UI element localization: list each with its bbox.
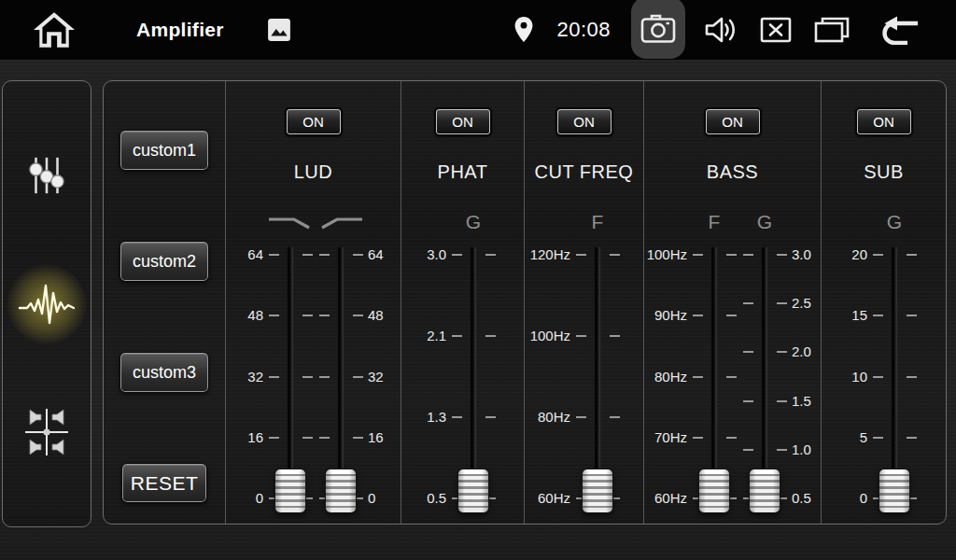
camera-button[interactable] — [631, 0, 685, 59]
gallery-button[interactable] — [265, 0, 293, 60]
section-cutfreq: ONCUT FREQ120Hz100Hz80Hz60HzF — [524, 81, 643, 524]
lud-on-button[interactable]: ON — [285, 107, 343, 136]
tick-dash — [302, 376, 313, 378]
gallery-icon — [267, 18, 291, 42]
tick-dash — [907, 437, 917, 439]
bass-sub-label-F: F — [709, 209, 721, 235]
bass-slider-area: 100Hz90Hz80Hz70Hz60Hz3.02.52.01.51.00.5 — [644, 242, 821, 514]
tick-dash — [302, 254, 313, 256]
custom3-button[interactable]: custom3 — [120, 352, 209, 393]
tick-dash — [485, 335, 496, 337]
tick-dash — [743, 449, 753, 451]
tick-label: 100Hz — [526, 328, 570, 344]
tick-dash — [269, 254, 279, 256]
tick-dash — [777, 254, 787, 256]
back-icon — [879, 15, 923, 45]
recent-apps-button[interactable] — [812, 0, 851, 60]
tick-label: 1.3 — [407, 409, 446, 426]
home-button[interactable] — [28, 0, 80, 60]
phat-on-button[interactable]: ON — [434, 107, 492, 136]
back-button[interactable] — [878, 0, 924, 60]
tick-dash — [353, 437, 363, 439]
tick-dash — [353, 254, 363, 256]
tick-dash — [873, 254, 883, 256]
tick-dash — [777, 302, 787, 304]
tick-dash — [576, 254, 586, 256]
tick-dash — [269, 437, 279, 439]
lud-slider-2-knob[interactable] — [326, 469, 356, 512]
cutfreq-slider-area: 120Hz100Hz80Hz60Hz — [525, 242, 643, 514]
lud-slider-1-knob[interactable] — [275, 469, 305, 512]
phat-slider-1-knob[interactable] — [458, 469, 488, 512]
lud-title: LUD — [226, 161, 401, 186]
tick-dash — [693, 254, 703, 256]
tick-dash — [743, 254, 753, 256]
reset-button[interactable]: RESET — [121, 463, 207, 503]
tick-dash — [269, 315, 279, 316]
tick-dash — [726, 315, 737, 316]
tick-dash — [319, 376, 330, 378]
volume-icon — [704, 15, 738, 45]
tick-label: 0 — [828, 490, 867, 507]
tick-label: 0 — [224, 490, 263, 507]
tick-dash — [319, 254, 330, 256]
sub-sub-label-G: G — [887, 209, 902, 235]
cutfreq-slider-1-knob[interactable] — [583, 469, 612, 512]
tick-dash — [353, 315, 363, 316]
custom1-button[interactable]: custom1 — [120, 130, 209, 171]
tick-dash — [873, 315, 883, 316]
tick-dash — [576, 416, 586, 418]
tick-label: 5 — [828, 429, 867, 446]
topbar: Amplifier 20:08 — [0, 0, 956, 60]
tick-label: 60Hz — [526, 490, 570, 507]
fader-sections: ONLUD644832160644832160ONPHAT3.02.11.30.… — [225, 81, 946, 524]
sidebar-item-effects[interactable] — [13, 271, 80, 338]
section-phat: ONPHAT3.02.11.30.5G — [401, 81, 524, 524]
tick-label: 0.5 — [407, 490, 446, 507]
tick-label: 100Hz — [642, 246, 687, 263]
tick-dash — [302, 437, 313, 439]
close-window-icon — [760, 17, 792, 43]
tick-dash — [743, 302, 753, 304]
volume-button[interactable] — [702, 0, 739, 60]
sidebar — [2, 80, 91, 527]
phat-slider-area: 3.02.11.30.5 — [401, 242, 524, 514]
tick-label: 15 — [828, 307, 867, 324]
sub-on-button[interactable]: ON — [855, 107, 913, 136]
lud-slope-icon-2 — [316, 214, 365, 234]
tick-label: 16 — [224, 429, 263, 446]
tick-label: 48 — [224, 307, 263, 324]
presets-column: custom1 custom2 custom3 RESET — [104, 81, 225, 524]
tick-dash — [485, 416, 496, 418]
close-window-button[interactable] — [758, 0, 794, 60]
bass-sub-label-G: G — [757, 209, 772, 235]
tick-dash — [693, 376, 703, 378]
bass-slider-1-knob[interactable] — [699, 469, 729, 512]
tick-dash — [302, 315, 313, 316]
bass-on-button[interactable]: ON — [704, 107, 762, 136]
tick-dash — [452, 254, 462, 256]
tick-dash — [485, 254, 496, 256]
sub-slider-1-knob[interactable] — [879, 469, 909, 512]
tick-dash — [777, 400, 787, 402]
sidebar-item-equalizer[interactable] — [13, 142, 80, 209]
location-icon — [513, 16, 534, 44]
custom2-button[interactable]: custom2 — [120, 241, 209, 282]
tick-dash — [610, 254, 620, 256]
tick-dash — [693, 315, 703, 316]
tick-label: 10 — [828, 369, 867, 385]
sidebar-item-balance[interactable] — [13, 399, 80, 466]
bass-title: BASS — [644, 161, 821, 186]
lud-slope-icon-1 — [266, 214, 315, 234]
sub-title: SUB — [822, 161, 946, 186]
tick-dash — [269, 376, 279, 378]
tick-dash — [743, 351, 753, 353]
cutfreq-title: CUT FREQ — [525, 161, 643, 186]
home-icon — [30, 9, 78, 50]
tick-dash — [319, 315, 330, 316]
cutfreq-on-button[interactable]: ON — [555, 107, 613, 136]
location-indicator — [512, 0, 536, 60]
bass-slider-2-knob[interactable] — [750, 469, 780, 512]
phat-title: PHAT — [401, 161, 524, 186]
tick-label: 20 — [828, 246, 867, 263]
